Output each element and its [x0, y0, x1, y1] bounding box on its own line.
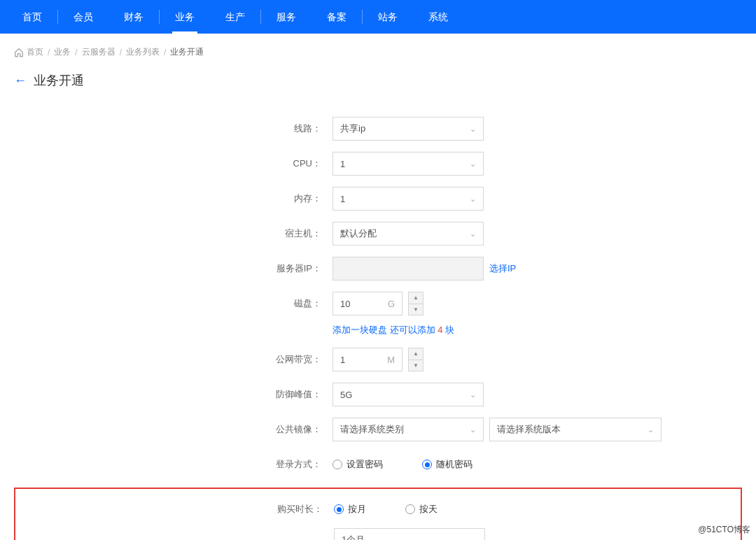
label-image: 公共镜像：: [14, 423, 332, 436]
select-cpu[interactable]: 1 ⌄: [332, 152, 484, 176]
breadcrumb-link[interactable]: 首页: [27, 46, 43, 58]
nav-item-member[interactable]: 会员: [58, 0, 108, 34]
watermark: @51CTO博客: [698, 524, 750, 536]
label-line: 线路：: [14, 122, 332, 135]
label-duration: 购买时长：: [15, 503, 334, 516]
chevron-down-icon: ⌄: [470, 194, 476, 204]
chevron-down-icon: ⌄: [470, 159, 476, 169]
radio-icon: [334, 504, 344, 514]
select-value: 1: [340, 159, 345, 169]
input-value: 10: [340, 299, 350, 309]
select-value: 1个月: [342, 534, 365, 540]
radio-set-password[interactable]: 设置密码: [332, 458, 383, 471]
select-value: 5G: [340, 390, 352, 400]
breadcrumb: 首页/ 业务/ 云服务器/ 业务列表/ 业务开通: [14, 46, 742, 58]
stepper-up-icon[interactable]: ▲: [409, 348, 423, 360]
radio-icon: [422, 460, 432, 469]
select-value: 共享ip: [340, 122, 365, 135]
breadcrumb-link[interactable]: 业务列表: [126, 46, 160, 58]
label-defense: 防御峰值：: [14, 388, 332, 401]
label-bandwidth: 公网带宽：: [14, 353, 332, 366]
nav-item-site[interactable]: 站务: [363, 0, 413, 34]
link-choose-ip[interactable]: 选择IP: [489, 262, 516, 275]
bandwidth-stepper[interactable]: ▲ ▼: [408, 348, 424, 371]
input-value: 1: [340, 355, 345, 365]
select-value: 默认分配: [340, 227, 377, 240]
stepper-down-icon[interactable]: ▼: [409, 360, 423, 371]
disk-stepper[interactable]: ▲ ▼: [408, 292, 424, 315]
select-value: 请选择系统类别: [340, 423, 404, 436]
page-title: 业务开通: [34, 72, 84, 89]
input-bandwidth[interactable]: 1 M: [332, 348, 402, 371]
nav-item-system[interactable]: 系统: [413, 0, 463, 34]
breadcrumb-current: 业务开通: [170, 46, 204, 58]
input-disk[interactable]: 10 G: [332, 292, 402, 315]
radio-icon: [332, 460, 342, 469]
select-line[interactable]: 共享ip ⌄: [332, 117, 484, 141]
label-host: 宿主机：: [14, 227, 332, 240]
radio-icon: [405, 504, 415, 514]
duration-highlight-box: 购买时长： 按月 按天 1个月 ⌄: [14, 488, 742, 540]
radio-random-password[interactable]: 随机密码: [422, 458, 472, 471]
label-cpu: CPU：: [14, 157, 332, 170]
chevron-down-icon: ⌄: [470, 425, 476, 434]
radio-label: 随机密码: [436, 458, 472, 471]
select-os-type[interactable]: 请选择系统类别 ⌄: [332, 418, 484, 441]
select-host[interactable]: 默认分配 ⌄: [332, 222, 484, 246]
stepper-up-icon[interactable]: ▲: [409, 292, 423, 304]
home-icon: [14, 48, 24, 57]
provision-form: 线路： 共享ip ⌄ CPU： 1 ⌄ 内存： 1: [14, 103, 742, 540]
select-value: 请选择系统版本: [497, 423, 561, 436]
disk-add-hint: 添加一块硬盘 还可以添加 4 块: [14, 324, 742, 336]
breadcrumb-link[interactable]: 云服务器: [82, 46, 115, 58]
chevron-down-icon: ⌄: [471, 536, 477, 541]
nav-item-production[interactable]: 生产: [210, 0, 260, 34]
label-login: 登录方式：: [14, 458, 332, 471]
unit-text: G: [388, 299, 395, 309]
unit-text: M: [387, 355, 395, 365]
nav-item-home[interactable]: 首页: [7, 0, 57, 34]
stepper-down-icon[interactable]: ▼: [409, 304, 423, 315]
radio-label: 按月: [348, 503, 366, 516]
radio-by-day[interactable]: 按天: [405, 503, 438, 516]
chevron-down-icon: ⌄: [470, 390, 476, 399]
link-add-disk[interactable]: 添加一块硬盘 还可以添加 4 块: [332, 325, 454, 335]
input-server-ip[interactable]: [332, 257, 484, 280]
label-memory: 内存：: [14, 192, 332, 205]
back-arrow-icon[interactable]: ←: [14, 73, 27, 88]
chevron-down-icon: ⌄: [470, 125, 476, 134]
chevron-down-icon: ⌄: [470, 229, 476, 239]
nav-item-business[interactable]: 业务: [160, 0, 210, 34]
nav-item-finance[interactable]: 财务: [108, 0, 159, 34]
radio-label: 设置密码: [346, 458, 383, 471]
nav-item-record[interactable]: 备案: [312, 0, 362, 34]
radio-by-month[interactable]: 按月: [334, 503, 366, 516]
select-defense[interactable]: 5G ⌄: [332, 383, 484, 406]
nav-item-service[interactable]: 服务: [261, 0, 312, 34]
select-memory[interactable]: 1 ⌄: [332, 187, 484, 211]
radio-label: 按天: [419, 503, 438, 516]
label-disk: 磁盘：: [14, 297, 332, 310]
label-server-ip: 服务器IP：: [14, 262, 332, 275]
breadcrumb-link[interactable]: 业务: [54, 46, 71, 58]
select-value: 1: [340, 194, 345, 204]
chevron-down-icon: ⌄: [648, 425, 654, 434]
top-nav: 首页 会员 财务 业务 生产 服务 备案 站务 系统: [0, 0, 756, 34]
select-duration[interactable]: 1个月 ⌄: [334, 528, 485, 540]
select-os-version[interactable]: 请选择系统版本 ⌄: [489, 418, 662, 441]
